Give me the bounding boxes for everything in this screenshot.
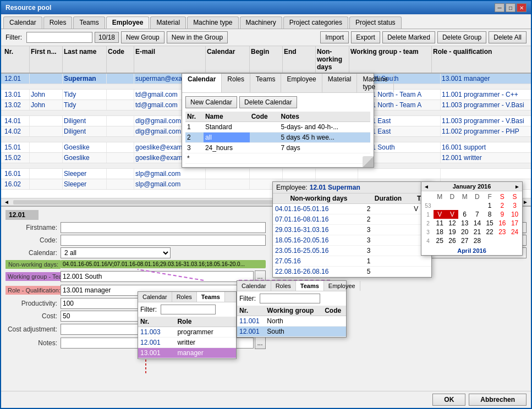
popup-tab-machinetype[interactable]: Machine type [357,74,393,92]
nwd-row[interactable]: 29.03.16-31.03.16 3 [273,225,431,235]
roles-row-selected[interactable]: 13.001 manager [138,348,236,358]
cal-day[interactable]: 20 [458,228,471,236]
ok-button[interactable]: OK [432,394,465,406]
cal-day[interactable]: 14 [471,219,484,228]
notes-browse[interactable]: ... [255,337,266,349]
filter-input[interactable] [26,32,92,43]
tab-calendar[interactable]: Calendar [3,16,42,29]
cal-day[interactable]: 1 [484,201,496,210]
table-row[interactable]: 16.01 Sleeper slp@gmail.com [1,169,531,179]
cal-next-button[interactable]: ► [514,184,520,190]
cal-day[interactable]: 11 [434,219,446,228]
roles-tab-teams[interactable]: Teams [197,292,225,302]
teams-row-selected[interactable]: 12.001 South [237,327,346,337]
cal-day[interactable]: 12 [446,219,459,228]
delete-calendar-button[interactable]: Delete Calendar [239,96,297,108]
cal-day[interactable]: 13 [458,219,471,228]
cal-day-weekend[interactable]: 3 [508,201,521,210]
nwd-row[interactable]: 23.05.16-25.05.16 3 [273,246,431,256]
teams-filter-input[interactable] [260,294,320,303]
scroll-left[interactable]: ◄ [1,199,12,205]
teams-tab-employee[interactable]: Employee [324,281,360,291]
roles-row[interactable]: 12.001 writter [138,338,236,348]
delete-group-button[interactable]: Delete Group [437,31,486,43]
tab-project-categories[interactable]: Project categories [283,16,348,29]
cal-day[interactable]: 19 [446,228,459,236]
cal-day[interactable]: 28 [471,236,484,245]
calendar-select[interactable]: 2 all [61,247,171,258]
nwd-row[interactable]: 27.05.16 1 [273,256,431,267]
cal-row[interactable]: 3 24_hours 7 days [185,143,370,153]
popup-tab-employee[interactable]: Employee [281,74,322,92]
delete-marked-button[interactable]: Delete Marked [382,31,435,43]
cal-day-weekend[interactable] [508,236,521,245]
nwd-row[interactable]: 04.01.16-05.01.16 2 V [273,204,431,214]
new-group-button[interactable]: New Group [121,31,164,43]
new-in-group-button[interactable]: New in the Group [167,31,228,43]
cal-day[interactable]: 22 [484,228,496,236]
cal-day[interactable]: 18 [434,228,446,236]
nwd-value[interactable]: 04.01.16-05.01.16/V;07.01.16-08.01.16;29… [61,260,266,268]
roles-tab-calendar[interactable]: Calendar [138,292,172,302]
maximize-button[interactable]: □ [506,3,515,12]
cal-day[interactable]: 27 [458,236,471,245]
cal-day[interactable] [458,201,471,210]
cal-day[interactable] [446,201,459,210]
import-button[interactable]: Import [320,31,349,43]
popup-tab-calendar[interactable]: Calendar [182,74,222,92]
cal-day-weekend[interactable]: 23 [496,228,508,236]
tab-machine-type[interactable]: Machine type [187,16,238,29]
cal-day[interactable]: 15 [484,219,496,228]
wg-input[interactable] [61,271,254,282]
popup-tab-roles[interactable]: Roles [222,74,250,92]
teams-row[interactable]: 11.001 North [237,316,346,327]
cal-day[interactable] [434,201,446,210]
minimize-button[interactable]: ─ [495,3,504,12]
close-button[interactable]: ✕ [517,3,526,12]
cal-day[interactable]: 25 [434,236,446,245]
roles-tab-roles[interactable]: Roles [172,292,197,302]
cal-day-weekend[interactable]: 9 [496,210,508,219]
teams-tab-roles[interactable]: Roles [271,281,296,291]
cal-day-vacation[interactable]: V [434,210,446,219]
cal-day-weekend[interactable]: 17 [508,219,521,228]
cal-day[interactable]: 21 [471,228,484,236]
roles-row[interactable]: 11.003 programmer [138,327,236,338]
tab-employee[interactable]: Employee [106,16,150,29]
teams-tab-teams[interactable]: Teams [296,281,324,291]
cal-day[interactable]: 6 [458,210,471,219]
code-input[interactable] [61,235,266,246]
cal-row[interactable]: 2 all 5 days 45 h wee... [185,132,370,143]
cal-day[interactable]: 26 [446,236,459,245]
nwd-row[interactable]: 22.08.16-26.08.16 5 [273,267,431,277]
cal-day[interactable]: 7 [471,210,484,219]
new-calendar-button[interactable]: New Calendar [185,96,237,108]
cal-day[interactable] [471,201,484,210]
tab-project-status[interactable]: Project status [349,16,402,29]
cal-day-weekend[interactable] [496,236,508,245]
popup-tab-teams[interactable]: Teams [250,74,281,92]
popup-tab-material[interactable]: Material [322,74,358,92]
nwd-row[interactable]: 18.05.16-20.05.16 3 [273,235,431,246]
roles-filter-input[interactable] [161,305,216,314]
cal-cell-empty4 [279,153,370,164]
nwd-row[interactable]: 07.01.16-08.01.16 2 [273,214,431,225]
firstname-input[interactable] [61,222,266,233]
cal-day-weekend[interactable]: 2 [496,201,508,210]
cal-prev-button[interactable]: ◄ [424,184,429,190]
cal-day-weekend[interactable]: 24 [508,228,521,236]
tab-roles[interactable]: Roles [43,16,73,29]
cal-day[interactable] [484,236,496,245]
cal-row[interactable]: 1 Standard 5-days- and 40-h-... [185,122,370,132]
teams-tab-calendar[interactable]: Calendar [237,281,271,291]
export-button[interactable]: Export [351,31,380,43]
tab-material[interactable]: Material [150,16,186,29]
cal-day-weekend[interactable]: 10 [508,210,521,219]
cancel-button[interactable]: Abbrechen [469,394,526,406]
tab-teams[interactable]: Teams [73,16,105,29]
tab-machinery[interactable]: Machinery [240,16,282,29]
cal-day-weekend[interactable]: 16 [496,219,508,228]
cal-day-vacation[interactable]: V [446,210,459,219]
cal-day[interactable]: 8 [484,210,496,219]
delete-all-button[interactable]: Delete All [489,31,526,43]
